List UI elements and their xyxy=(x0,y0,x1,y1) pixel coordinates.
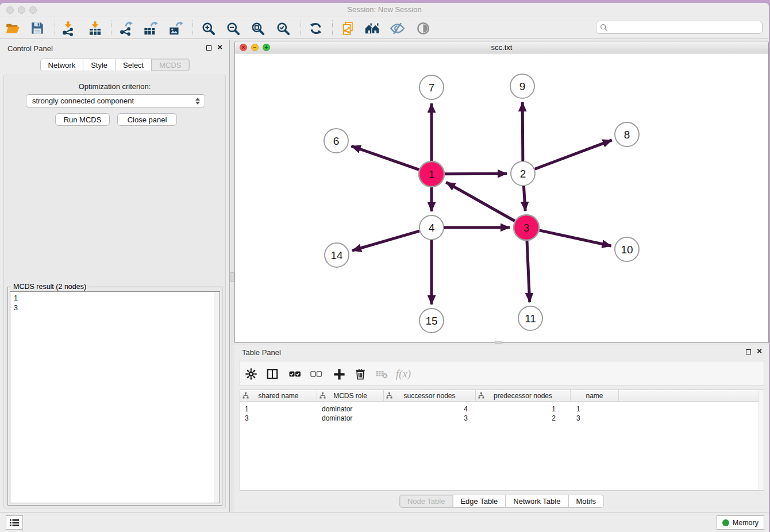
mcds-result-list[interactable]: 1 3 xyxy=(10,291,220,503)
hide-details-eye-icon[interactable] xyxy=(387,18,407,38)
memory-label: Memory xyxy=(733,519,759,527)
list-icon xyxy=(9,518,20,527)
table-toolbar: f(x) xyxy=(240,361,764,386)
tab-mcds[interactable]: MCDS xyxy=(152,59,189,71)
graph-edge-3-11[interactable] xyxy=(527,241,530,302)
column-header-filler xyxy=(619,390,759,401)
graph-edge-2-8[interactable] xyxy=(535,140,612,169)
tab-motifs[interactable]: Motifs xyxy=(568,495,604,508)
zoom-in-icon[interactable] xyxy=(198,18,218,38)
column-header-shared-name[interactable]: shared name xyxy=(240,390,317,401)
show-graphics-eye-icon[interactable] xyxy=(413,18,433,38)
tab-network[interactable]: Network xyxy=(40,59,83,71)
horizontal-splitter-grip[interactable] xyxy=(495,341,502,344)
control-panel-tabs: Network Style Select MCDS xyxy=(40,59,189,71)
network-overview-icon[interactable] xyxy=(363,18,382,38)
status-bar: Memory xyxy=(0,512,769,532)
network-graph[interactable]: 7968124314101511 xyxy=(235,54,768,342)
node-table: shared name MCDS role successor nodes pr… xyxy=(240,390,764,491)
hierarchy-icon xyxy=(319,392,326,400)
control-panel-title: Control Panel xyxy=(7,44,53,53)
graph-node-label-6: 6 xyxy=(333,135,340,147)
split-view-icon[interactable] xyxy=(263,365,282,383)
unselect-all-columns-icon[interactable] xyxy=(307,365,325,383)
search-field[interactable] xyxy=(596,21,763,34)
run-mcds-button[interactable]: Run MCDS xyxy=(55,113,110,126)
graph-node-label-2: 2 xyxy=(520,168,526,180)
graph-edge-3-10[interactable] xyxy=(539,230,611,246)
close-panel-button[interactable]: Close panel xyxy=(117,113,177,126)
clone-network-icon[interactable] xyxy=(338,18,357,38)
graph-edge-1-2[interactable] xyxy=(445,174,507,174)
vertical-splitter-grip[interactable] xyxy=(230,272,234,282)
search-input[interactable] xyxy=(608,24,762,32)
graph-node-label-15: 15 xyxy=(425,315,437,327)
criterion-dropdown[interactable]: strongly connected component xyxy=(26,94,205,107)
zoom-fit-icon[interactable] xyxy=(248,18,267,38)
delete-column-icon[interactable] xyxy=(351,365,369,383)
table-row[interactable]: 3 dominator 3 2 3 xyxy=(240,414,759,423)
table-settings-icon[interactable] xyxy=(242,365,260,383)
toolbar-separator xyxy=(332,20,333,36)
app-title: Session: New Session xyxy=(0,5,769,14)
graph-edge-1-6[interactable] xyxy=(351,146,419,169)
zoom-selected-icon[interactable] xyxy=(273,18,292,38)
table-panel-title: Table Panel xyxy=(242,348,281,357)
graph-edge-3-1[interactable] xyxy=(446,182,515,221)
graph-node-label-10: 10 xyxy=(621,244,633,256)
column-header-name[interactable]: name xyxy=(571,390,619,401)
toolbar-separator xyxy=(192,20,193,36)
dropdown-stepper-icon xyxy=(194,97,201,106)
main-area: Control Panel × Network Style Select MCD… xyxy=(0,40,769,512)
import-network-icon[interactable] xyxy=(58,18,78,38)
column-header-predecessor-nodes[interactable]: predecessor nodes xyxy=(476,390,571,401)
export-network-icon[interactable] xyxy=(116,18,135,38)
refresh-view-icon[interactable] xyxy=(306,18,325,38)
hierarchy-icon xyxy=(478,392,484,400)
table-scrollbar[interactable] xyxy=(759,390,764,490)
criterion-value: strongly connected component xyxy=(32,97,134,105)
export-image-icon[interactable] xyxy=(165,18,185,38)
network-canvas[interactable]: 7968124314101511 xyxy=(235,54,768,342)
toolbar-separator xyxy=(301,20,301,36)
toolbar-separator xyxy=(55,20,55,36)
export-table-icon[interactable] xyxy=(140,18,160,38)
toolbar-separator xyxy=(111,20,111,36)
graph-node-label-14: 14 xyxy=(330,249,343,261)
network-window-titlebar[interactable]: × − + scc.txt xyxy=(235,41,768,53)
close-panel-icon[interactable]: × xyxy=(217,42,222,52)
tab-select[interactable]: Select xyxy=(116,59,152,71)
result-scrollbar[interactable] xyxy=(214,292,220,503)
graph-node-label-11: 11 xyxy=(525,313,536,325)
import-table-icon[interactable] xyxy=(85,18,105,38)
zoom-out-icon[interactable] xyxy=(223,18,242,38)
tab-style[interactable]: Style xyxy=(83,59,116,71)
table-tabs: Node Table Edge Table Network Table Moti… xyxy=(399,495,604,508)
memory-button[interactable]: Memory xyxy=(717,515,764,530)
delete-table-icon[interactable] xyxy=(372,365,391,383)
float-table-panel-icon[interactable] xyxy=(746,349,751,354)
graph-node-label-1: 1 xyxy=(429,168,435,180)
result-line: 3 xyxy=(14,303,220,313)
column-header-successor-nodes[interactable]: successor nodes xyxy=(384,390,476,401)
task-list-button[interactable] xyxy=(6,515,23,530)
graph-edge-2-9[interactable] xyxy=(522,102,523,161)
graph-edge-4-14[interactable] xyxy=(352,231,419,250)
memory-status-icon xyxy=(722,519,729,526)
add-column-icon[interactable] xyxy=(330,365,348,383)
hierarchy-icon xyxy=(386,392,392,400)
mcds-result-title: MCDS result (2 nodes) xyxy=(11,283,88,291)
open-session-icon[interactable] xyxy=(3,18,22,38)
float-panel-icon[interactable] xyxy=(206,45,211,51)
close-table-panel-icon[interactable]: × xyxy=(757,346,762,356)
hierarchy-icon xyxy=(242,392,249,400)
save-session-icon[interactable] xyxy=(28,18,47,38)
function-builder-icon[interactable]: f(x) xyxy=(394,365,413,383)
graph-edge-2-3[interactable] xyxy=(523,186,525,211)
tab-network-table[interactable]: Network Table xyxy=(506,495,568,508)
select-all-columns-icon[interactable] xyxy=(286,365,304,383)
table-row[interactable]: 1 dominator 4 1 1 xyxy=(240,405,759,414)
tab-node-table[interactable]: Node Table xyxy=(399,495,453,508)
tab-edge-table[interactable]: Edge Table xyxy=(453,495,506,508)
column-header-mcds-role[interactable]: MCDS role xyxy=(317,390,384,401)
